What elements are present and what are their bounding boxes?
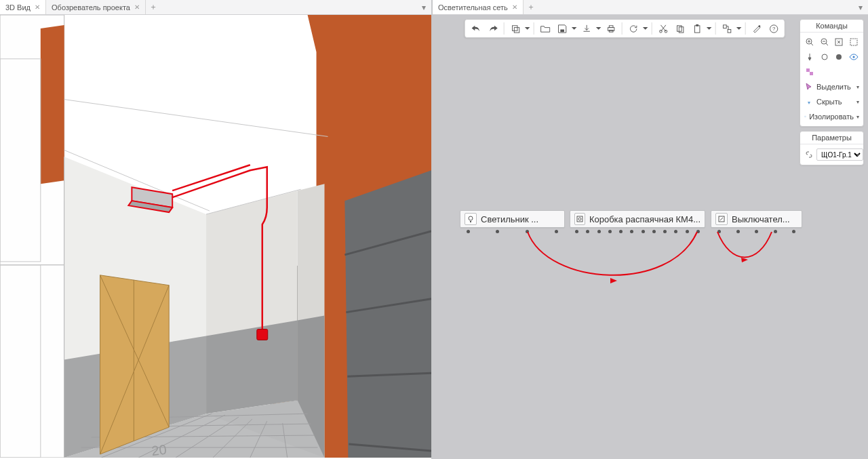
- network-toolbar: ?: [465, 19, 785, 38]
- port[interactable]: [608, 230, 612, 233]
- 3d-scene-svg: 20: [0, 15, 431, 458]
- pin-icon: [804, 97, 814, 106]
- port[interactable]: [619, 230, 623, 233]
- 3d-viewport[interactable]: 20: [0, 15, 431, 459]
- left-pane: 3D Вид ✕ Обозреватель проекта ✕ ＋ ▾: [0, 0, 433, 459]
- svg-marker-1: [344, 170, 431, 458]
- select-label: Выделить: [816, 83, 851, 91]
- settings-button[interactable]: [749, 20, 765, 37]
- eye-icon[interactable]: [847, 50, 861, 64]
- port[interactable]: [686, 230, 689, 233]
- linked-button[interactable]: [719, 20, 735, 37]
- port[interactable]: [652, 230, 656, 233]
- save-button[interactable]: [554, 20, 570, 37]
- port[interactable]: [674, 230, 677, 233]
- svg-point-72: [578, 218, 581, 220]
- close-icon[interactable]: ✕: [512, 3, 517, 11]
- svg-marker-9: [0, 265, 64, 458]
- export-dropdown[interactable]: [595, 20, 602, 37]
- undo-button[interactable]: [468, 20, 484, 37]
- add-tab-button[interactable]: ＋: [146, 0, 161, 14]
- frame-icon[interactable]: [847, 35, 861, 49]
- refresh-button[interactable]: [625, 20, 642, 37]
- parameter-select[interactable]: ЩО1-Гр.1: [816, 148, 863, 161]
- node-luminaire[interactable]: Светильник ...: [460, 210, 565, 228]
- port[interactable]: [555, 230, 558, 233]
- node-switch[interactable]: Выключател...: [711, 210, 802, 228]
- port[interactable]: [642, 230, 645, 233]
- port[interactable]: [630, 230, 633, 233]
- svg-rect-54: [696, 24, 698, 26]
- hide-label: Скрыть: [816, 98, 842, 106]
- isolate-label: Изолировать: [809, 113, 854, 121]
- close-icon[interactable]: ✕: [134, 3, 140, 11]
- svg-line-17: [64, 100, 328, 137]
- tab-project-browser[interactable]: Обозреватель проекта ✕: [46, 0, 146, 14]
- side-panels: Команды: [800, 19, 864, 165]
- port[interactable]: [663, 230, 667, 233]
- combine-icon[interactable]: [803, 65, 816, 79]
- paste-dropdown[interactable]: [706, 20, 713, 37]
- port[interactable]: [467, 230, 470, 233]
- tab-dropdown-icon[interactable]: ▾: [419, 0, 429, 15]
- svg-rect-68: [810, 72, 813, 75]
- node-luminaire-ports: [467, 230, 558, 233]
- isolate-command[interactable]: Изолировать ▾: [803, 110, 861, 123]
- port[interactable]: [774, 230, 777, 233]
- port[interactable]: [792, 230, 795, 233]
- cut-button[interactable]: [655, 20, 671, 37]
- right-pane: Осветительная сеть ✕ ＋ ▾: [433, 0, 868, 459]
- add-tab-button[interactable]: ＋: [524, 0, 538, 14]
- node-switch-ports: [717, 230, 795, 233]
- svg-rect-56: [728, 29, 731, 33]
- tab-dropdown-icon[interactable]: ▾: [856, 0, 865, 15]
- svg-rect-43: [512, 25, 517, 31]
- circle-icon[interactable]: [818, 50, 831, 64]
- svg-marker-33: [100, 275, 170, 454]
- copy-object-button[interactable]: [507, 20, 524, 37]
- linked-dropdown[interactable]: [736, 20, 743, 37]
- copy-button[interactable]: [672, 20, 688, 37]
- paste-button[interactable]: [689, 20, 705, 37]
- node-label: Светильник ...: [481, 214, 538, 224]
- port[interactable]: [717, 230, 721, 233]
- svg-rect-53: [694, 25, 700, 32]
- link-icon[interactable]: [804, 148, 814, 161]
- zoom-in-icon[interactable]: [803, 35, 816, 49]
- box-icon: [574, 213, 585, 225]
- node-junction-box[interactable]: Коробка распаячная КМ4...: [570, 210, 705, 228]
- port[interactable]: [696, 230, 700, 233]
- svg-rect-47: [609, 25, 613, 27]
- help-button[interactable]: ?: [766, 20, 782, 37]
- node-label: Коробка распаячная КМ4...: [589, 214, 701, 224]
- fit-icon[interactable]: [833, 35, 846, 49]
- print-button[interactable]: [603, 20, 619, 37]
- copy-object-dropdown[interactable]: [524, 20, 531, 37]
- network-canvas[interactable]: ? Команды: [433, 15, 868, 459]
- zoom-out-icon[interactable]: [818, 35, 831, 49]
- tab-label: Обозреватель проекта: [52, 3, 130, 12]
- chevron-down-icon: ▾: [856, 84, 859, 90]
- hide-command[interactable]: Скрыть ▾: [803, 95, 861, 108]
- port[interactable]: [586, 230, 589, 233]
- refresh-dropdown[interactable]: [642, 20, 649, 37]
- close-icon[interactable]: ✕: [35, 3, 40, 11]
- pin-icon[interactable]: [803, 50, 816, 64]
- bulb-icon: [465, 213, 477, 225]
- port[interactable]: [496, 230, 499, 233]
- open-button[interactable]: [537, 20, 553, 37]
- port[interactable]: [755, 230, 758, 233]
- port[interactable]: [736, 230, 740, 233]
- disc-icon[interactable]: [833, 50, 846, 64]
- redo-button[interactable]: [485, 20, 501, 37]
- parameters-panel: Параметры ЩО1-Гр.1 ▾: [800, 131, 864, 165]
- port[interactable]: [597, 230, 601, 233]
- tab-lighting-network[interactable]: Осветительная сеть ✕: [433, 0, 524, 14]
- select-command[interactable]: Выделить ▾: [803, 80, 861, 94]
- tab-3d-view[interactable]: 3D Вид ✕: [0, 0, 46, 14]
- svg-marker-10: [41, 25, 64, 184]
- export-button[interactable]: [578, 20, 595, 37]
- port[interactable]: [526, 230, 529, 233]
- save-dropdown[interactable]: [571, 20, 578, 37]
- port[interactable]: [575, 230, 578, 233]
